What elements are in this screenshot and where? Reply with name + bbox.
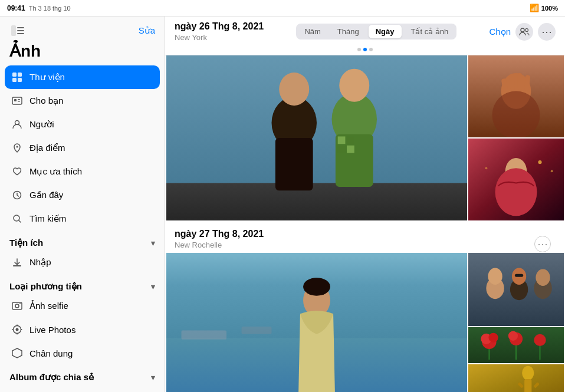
chevron-down-icon-2: ▾: [151, 282, 155, 291]
svg-point-52: [551, 170, 553, 172]
group2-header-row: ngày 27 Thg 8, 2021 New Rochelle ⋯: [165, 222, 565, 253]
svg-rect-10: [18, 99, 20, 100]
sidebar-nav: Thư viện Cho bạn: [0, 65, 165, 230]
svg-rect-6: [12, 78, 17, 82]
svg-point-37: [339, 69, 369, 102]
sidebar-item-search-label: Tìm kiếm: [29, 213, 66, 224]
section-shared-nav: Tất cả album được chia sẻ Album được chi…: [0, 385, 165, 392]
sidebar-item-places-label: Địa điểm: [29, 143, 65, 153]
more-options-button[interactable]: ⋯: [538, 23, 556, 41]
dot-3: [369, 48, 373, 51]
sidebar-item-selfie[interactable]: Ảnh selfie: [5, 294, 160, 318]
sidebar-item-all-shared[interactable]: Tất cả album được chia sẻ: [5, 385, 160, 392]
people-icon: [11, 118, 24, 131]
svg-point-18: [15, 304, 19, 308]
sidebar-item-livephotos-label: Live Photos: [29, 325, 75, 335]
svg-point-61: [303, 278, 330, 296]
group2-location: New Rochelle: [175, 241, 264, 249]
sidebar-item-recent[interactable]: Gần đây: [5, 183, 160, 207]
section-utilities-nav: Nhập: [0, 251, 165, 274]
select-button[interactable]: Chọn: [489, 27, 511, 37]
photo-thumb-2-1[interactable]: [468, 253, 564, 326]
search-icon: [11, 212, 24, 225]
sidebar-item-library[interactable]: Thư viện: [5, 65, 160, 89]
svg-point-24: [12, 329, 14, 330]
section-media-label: Loại phương tiện: [9, 281, 82, 292]
photo-content: ngày 27 Thg 8, 2021 New Rochelle ⋯: [165, 55, 565, 392]
status-bar: 09:41 Th 3 18 thg 10 📶 100%: [0, 0, 565, 17]
svg-rect-39: [338, 136, 346, 144]
time: 09:41: [7, 4, 25, 12]
group2-date-info: ngày 27 Thg 8, 2021 New Rochelle: [175, 229, 264, 249]
svg-rect-42: [347, 146, 354, 153]
sidebar-item-people-label: Người: [29, 119, 54, 130]
svg-rect-58: [182, 330, 227, 339]
photo-thumb-2-3[interactable]: [468, 364, 564, 392]
tab-all[interactable]: Tất cả ảnh: [404, 25, 456, 38]
svg-rect-9: [14, 99, 17, 101]
portrait-icon: [11, 347, 24, 360]
library-icon: [11, 71, 24, 84]
sidebar-toggle-button[interactable]: [9, 22, 26, 39]
sidebar-edit-button[interactable]: Sửa: [139, 25, 155, 36]
svg-rect-0: [11, 25, 16, 36]
people-icon-button[interactable]: [515, 23, 533, 41]
svg-point-78: [522, 366, 534, 380]
svg-point-25: [21, 329, 22, 330]
status-left: 09:41 Th 3 18 thg 10: [7, 4, 71, 12]
foryou-icon: [11, 94, 24, 107]
section-media-header[interactable]: Loại phương tiện ▾: [0, 274, 165, 294]
sidebar-item-import[interactable]: Nhập: [5, 251, 160, 274]
photo-group2-main[interactable]: [166, 253, 467, 392]
svg-rect-41: [338, 146, 346, 153]
sidebar-item-foryou[interactable]: Cho bạn: [5, 89, 160, 113]
content-area: ngày 26 Thg 8, 2021 New York Năm Tháng N…: [165, 17, 565, 392]
svg-rect-5: [18, 73, 22, 77]
svg-rect-11: [18, 101, 20, 102]
chevron-down-icon: ▾: [151, 239, 155, 248]
dots-indicator: [165, 44, 565, 55]
livephotos-icon: [11, 323, 24, 336]
date-display: Th 3 18 thg 10: [29, 5, 71, 12]
sidebar-item-livephotos[interactable]: Live Photos: [5, 318, 160, 341]
sidebar-item-recent-label: Gần đây: [29, 190, 63, 200]
tab-month[interactable]: Tháng: [330, 25, 366, 38]
group2-date: ngày 27 Thg 8, 2021: [175, 229, 264, 239]
group1-location: New York: [175, 33, 264, 42]
places-icon: [11, 141, 24, 154]
svg-point-19: [19, 303, 21, 304]
svg-point-73: [488, 333, 498, 342]
photo-thumb-1-2[interactable]: [468, 139, 564, 220]
photo-group-2: ngày 27 Thg 8, 2021 New Rochelle ⋯: [165, 222, 565, 392]
svg-rect-3: [17, 33, 24, 34]
section-utilities-header[interactable]: Tiện ích ▾: [0, 230, 165, 251]
svg-point-75: [508, 331, 518, 341]
sidebar-item-search[interactable]: Tìm kiếm: [5, 207, 160, 230]
recent-icon: [11, 189, 24, 202]
sidebar-item-portrait[interactable]: Chân dung: [5, 341, 160, 365]
sidebar-item-people[interactable]: Người: [5, 113, 160, 136]
photo-thumb-1-1[interactable]: [468, 55, 564, 137]
battery-icon: 100%: [541, 5, 558, 12]
sidebar-item-foryou-label: Cho bạn: [29, 95, 63, 106]
svg-point-49: [492, 91, 540, 137]
sidebar-item-places[interactable]: Địa điểm: [5, 136, 160, 160]
sidebar-item-portrait-label: Chân dung: [29, 348, 73, 358]
svg-point-22: [17, 325, 18, 326]
chevron-down-icon-3: ▾: [151, 373, 155, 382]
import-icon: [11, 256, 24, 269]
tab-day[interactable]: Ngày: [369, 25, 402, 38]
group1-date-info: ngày 26 Thg 8, 2021 New York: [175, 21, 264, 42]
svg-point-68: [536, 269, 550, 286]
section-shared-header[interactable]: Album được chia sẻ ▾: [0, 365, 165, 385]
svg-rect-32: [166, 183, 467, 221]
photo-group1-main[interactable]: [166, 55, 467, 220]
svg-rect-59: [242, 327, 272, 334]
sidebar-item-favorites-label: Mục ưa thích: [29, 166, 82, 177]
photo-thumb-2-2[interactable]: [468, 327, 564, 363]
svg-rect-69: [515, 274, 523, 277]
svg-rect-1: [17, 27, 24, 28]
sidebar-item-favorites[interactable]: Mục ưa thích: [5, 160, 160, 183]
group2-more-button[interactable]: ⋯: [534, 236, 551, 252]
tab-year[interactable]: Năm: [297, 25, 327, 38]
